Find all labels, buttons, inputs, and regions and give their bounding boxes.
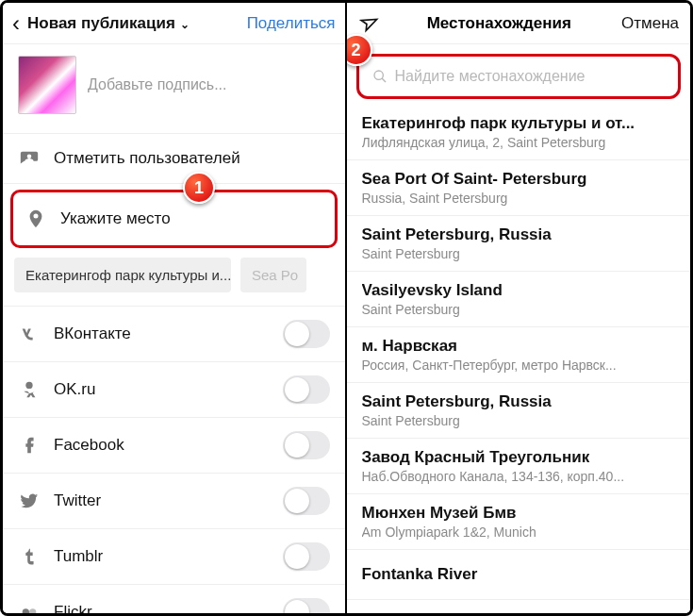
svg-point-0 — [25, 382, 32, 389]
location-sub: Россия, Санкт-Петербург, метро Нарвск... — [362, 358, 676, 373]
location-name: Sea Port Of Saint- Petersburg — [362, 170, 676, 189]
social-toggle[interactable] — [283, 320, 330, 348]
social-row-fb[interactable]: Facebook — [3, 418, 345, 474]
location-name: м. Нарвская — [362, 337, 676, 356]
social-toggle[interactable] — [283, 598, 330, 613]
location-sub: Saint Petersburg — [362, 246, 676, 261]
location-result[interactable]: Saint Petersburg, RussiaSaint Petersburg — [347, 383, 691, 439]
location-name: Vasilyevsky Island — [362, 281, 676, 300]
cancel-button[interactable]: Отмена — [621, 14, 679, 33]
ok-icon — [18, 378, 41, 401]
social-label: Twitter — [54, 491, 270, 510]
location-sub: Наб.Обводного Канала, 134-136, корп.40..… — [362, 469, 676, 484]
svg-point-2 — [29, 608, 36, 613]
location-result[interactable]: Мюнхен Музей БмвAm Olympiapark 1&2, Muni… — [347, 494, 691, 550]
tag-people-label: Отметить пользователей — [54, 149, 330, 168]
social-row-ok[interactable]: OK.ru — [3, 362, 345, 418]
add-location-row[interactable]: Укажите место — [13, 192, 335, 245]
left-panel: ‹ Новая публикация ⌄ Поделиться Добавьте… — [3, 3, 347, 613]
right-header: Местонахождения Отмена — [347, 3, 691, 44]
location-pin-icon — [25, 208, 47, 230]
location-suggestions: Екатерингоф парк культуры и... Sea Po — [3, 248, 345, 307]
social-row-vk[interactable]: ВКонтакте — [3, 307, 345, 362]
social-share-list: ВКонтактеOK.ruFacebookTwitterTumblrFlick… — [3, 307, 345, 613]
social-label: OK.ru — [54, 380, 270, 399]
location-name: Fontanka River — [362, 559, 676, 590]
location-result[interactable]: Sea Port Of Saint- PetersburgRussia, Sai… — [347, 160, 691, 216]
social-label: Tumblr — [54, 547, 270, 566]
location-result[interactable]: Vasilyevsky IslandSaint Petersburg — [347, 272, 691, 327]
svg-point-3 — [374, 71, 383, 79]
caption-input[interactable]: Добавьте подпись... — [88, 76, 227, 93]
location-result[interactable]: Завод Красный ТреугольникНаб.Обводного К… — [347, 439, 691, 494]
social-label: Facebook — [54, 436, 270, 455]
social-toggle[interactable] — [283, 542, 330, 571]
right-panel: Местонахождения Отмена 2 Найдите местона… — [347, 3, 691, 613]
location-chip[interactable]: Екатерингоф парк культуры и... — [14, 258, 231, 292]
add-location-highlight: 1 Укажите место — [10, 190, 338, 248]
location-result[interactable]: Neva River — [347, 600, 691, 608]
search-icon — [372, 69, 388, 84]
location-result[interactable]: Saint Petersburg, RussiaSaint Petersburg — [347, 216, 691, 272]
social-label: ВКонтакте — [54, 325, 270, 343]
svg-point-1 — [23, 608, 29, 613]
location-name: Мюнхен Музей Бмв — [362, 504, 676, 523]
social-toggle[interactable] — [283, 487, 330, 515]
social-toggle[interactable] — [283, 431, 330, 459]
tw-icon — [18, 490, 41, 512]
location-chip[interactable]: Sea Po — [240, 258, 306, 292]
add-location-label: Укажите место — [60, 209, 323, 228]
tb-icon — [18, 545, 41, 568]
share-button[interactable]: Поделиться — [247, 14, 336, 33]
location-name: Екатерингоф парк культуры и от... — [362, 114, 676, 133]
location-name: Saint Petersburg, Russia — [362, 392, 676, 411]
chevron-down-icon: ⌄ — [177, 18, 190, 31]
search-placeholder: Найдите местонахождение — [395, 68, 586, 85]
social-toggle[interactable] — [283, 375, 330, 404]
person-tag-icon — [18, 147, 41, 170]
page-title[interactable]: Новая публикация ⌄ — [27, 14, 190, 33]
title-text: Новая публикация — [27, 14, 175, 32]
location-result[interactable]: м. НарвскаяРоссия, Санкт-Петербург, метр… — [347, 327, 691, 383]
fl-icon — [18, 601, 41, 613]
search-input[interactable]: Найдите местонахождение — [363, 60, 675, 92]
social-row-tb[interactable]: Tumblr — [3, 529, 345, 585]
location-sub: Am Olympiapark 1&2, Munich — [362, 524, 676, 540]
post-thumbnail[interactable] — [18, 56, 76, 114]
location-result[interactable]: Fontanka River — [347, 550, 691, 600]
annotation-badge-1: 1 — [183, 172, 215, 204]
left-header: ‹ Новая публикация ⌄ Поделиться — [3, 3, 345, 44]
tag-people-row[interactable]: Отметить пользователей — [3, 134, 345, 184]
location-arrow-icon[interactable] — [355, 11, 380, 36]
location-name: Завод Красный Треугольник — [362, 448, 676, 467]
vk-icon — [18, 323, 41, 345]
caption-row[interactable]: Добавьте подпись... — [3, 44, 345, 134]
location-result[interactable]: Екатерингоф парк культуры и от...Лифлянд… — [347, 105, 691, 160]
back-icon[interactable]: ‹ — [12, 12, 20, 35]
svg-line-4 — [382, 78, 386, 82]
location-sub: Saint Petersburg — [362, 302, 676, 317]
location-results[interactable]: Екатерингоф парк культуры и от...Лифлянд… — [347, 105, 691, 608]
fb-icon — [18, 434, 41, 457]
location-sub: Лифляндская улица, 2, Saint Petersburg — [362, 135, 676, 150]
social-label: Flickr — [54, 603, 270, 613]
location-sub: Russia, Saint Petersburg — [362, 191, 676, 206]
search-highlight: 2 Найдите местонахождение — [356, 54, 682, 99]
social-row-fl[interactable]: Flickr — [3, 585, 345, 613]
location-name: Saint Petersburg, Russia — [362, 225, 676, 244]
social-row-tw[interactable]: Twitter — [3, 474, 345, 529]
location-sub: Saint Petersburg — [362, 413, 676, 428]
locations-title: Местонахождения — [387, 14, 613, 33]
